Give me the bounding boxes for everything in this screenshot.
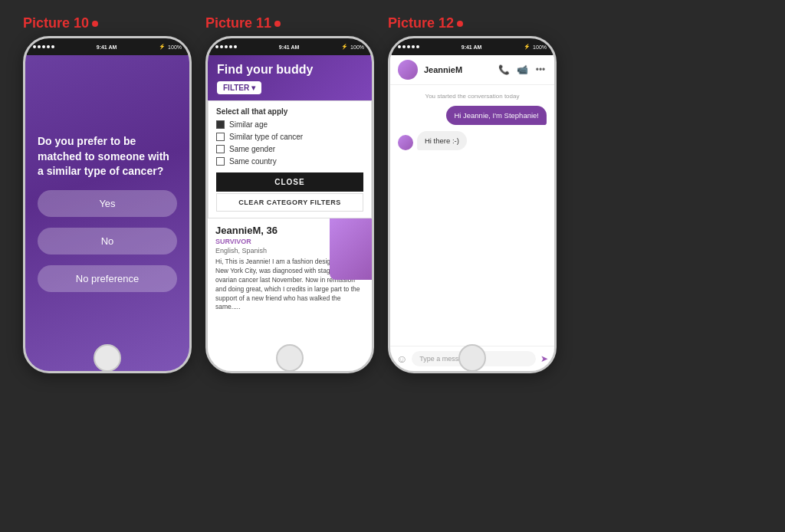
- checkbox-label-3: Same country: [229, 157, 277, 166]
- checkbox-row-2: Same gender: [216, 145, 363, 153]
- status-bar-10: 9:41 AM ⚡ 100%: [25, 38, 189, 55]
- label-dot-12: [457, 21, 463, 27]
- profile-image-11: [330, 218, 372, 280]
- status-right-12: ⚡ 100%: [524, 44, 547, 50]
- status-bar-11: 9:41 AM ⚡ 100%: [208, 38, 372, 55]
- no-preference-button[interactable]: No preference: [38, 265, 177, 292]
- emoji-icon[interactable]: ☺: [396, 353, 407, 365]
- video-icon[interactable]: 📹: [516, 64, 528, 76]
- status-bar-12: 9:41 AM ⚡ 100%: [390, 38, 554, 55]
- p12-chat-header: JeannieM 📞 📹 •••: [390, 55, 554, 85]
- p11-dropdown: Select all that apply Similar age Simila…: [208, 100, 372, 218]
- checkbox-label-1: Similar type of cancer: [229, 133, 303, 141]
- signal-dots: [33, 45, 54, 48]
- filter-button[interactable]: FILTER ▾: [217, 81, 261, 94]
- avatar-12: [398, 60, 418, 80]
- checkbox-similar-cancer[interactable]: [216, 133, 225, 141]
- checkbox-same-gender[interactable]: [216, 145, 225, 153]
- picture-12-label: Picture 12: [388, 15, 463, 31]
- p10-question: Do you prefer to be matched to someone w…: [38, 134, 177, 179]
- status-time-12: 9:41 AM: [461, 44, 482, 50]
- checkbox-label-2: Same gender: [229, 145, 275, 153]
- status-right-11: ⚡ 100%: [341, 44, 364, 50]
- label-dot: [92, 21, 98, 27]
- p12-content: JeannieM 📞 📹 ••• You started the convers…: [390, 55, 554, 371]
- header-icons: 📞 📹 •••: [498, 64, 547, 76]
- received-message: Hi there :-): [417, 131, 467, 150]
- picture-11-section: Picture 11 9:41 AM ⚡ 100%: [205, 15, 374, 373]
- home-button-11[interactable]: [276, 344, 304, 372]
- p11-header: Find your buddy FILTER ▾: [208, 55, 372, 100]
- checkbox-row-0: Similar age: [216, 120, 363, 129]
- checkbox-similar-age[interactable]: [216, 120, 225, 129]
- home-button-12[interactable]: [458, 344, 486, 372]
- checkbox-row-1: Similar type of cancer: [216, 133, 363, 141]
- p10-content: Do you prefer to be matched to someone w…: [25, 55, 189, 371]
- received-message-container: Hi there :-): [398, 131, 547, 150]
- clear-filters-button[interactable]: CLEAR CATEGORY FILTERS: [216, 193, 363, 212]
- status-right-10: ⚡ 100%: [159, 44, 182, 50]
- label-dot-11: [274, 21, 281, 27]
- screen-12: JeannieM 📞 📹 ••• You started the convers…: [390, 55, 554, 371]
- home-button-10[interactable]: [94, 344, 121, 372]
- screen-11: Find your buddy FILTER ▾ Select all that…: [208, 55, 372, 371]
- picture-11-label: Picture 11: [205, 15, 281, 31]
- dropdown-title: Select all that apply: [216, 107, 363, 116]
- p11-content: Find your buddy FILTER ▾ Select all that…: [208, 55, 372, 371]
- more-icon[interactable]: •••: [534, 64, 547, 76]
- yes-button[interactable]: Yes: [38, 190, 177, 217]
- page-container: Picture 10 9:41 AM ⚡ 100%: [0, 0, 785, 532]
- phone-11-frame: 9:41 AM ⚡ 100% Find your buddy FILTER ▾ …: [205, 36, 374, 373]
- send-icon[interactable]: ➤: [540, 353, 548, 364]
- date-label: You started the conversation today: [398, 93, 547, 100]
- signal-dots-11: [215, 45, 237, 48]
- phone-icon[interactable]: 📞: [498, 64, 510, 76]
- picture-10-section: Picture 10 9:41 AM ⚡ 100%: [23, 15, 192, 373]
- p11-title: Find your buddy: [217, 63, 363, 77]
- close-button[interactable]: CLOSE: [216, 172, 363, 192]
- no-button[interactable]: No: [38, 228, 177, 255]
- phone-10-frame: 9:41 AM ⚡ 100% Do you prefer to be match…: [23, 36, 192, 373]
- messages-area: You started the conversation today Hi Je…: [390, 85, 554, 346]
- picture-10-label: Picture 10: [23, 15, 98, 31]
- chat-username: JeannieM: [424, 65, 462, 74]
- status-time-10: 9:41 AM: [97, 44, 117, 50]
- screen-10: Do you prefer to be matched to someone w…: [25, 55, 189, 371]
- received-avatar: [398, 135, 413, 150]
- sent-message: Hi Jeannie, I'm Stephanie!: [446, 106, 547, 125]
- checkbox-row-3: Same country: [216, 157, 363, 166]
- phone-12-frame: 9:41 AM ⚡ 100% JeannieM 📞 📹 •••: [388, 36, 557, 373]
- status-time-11: 9:41 AM: [279, 44, 300, 50]
- picture-12-section: Picture 12 9:41 AM ⚡ 100%: [388, 15, 557, 373]
- signal-dots-12: [398, 45, 419, 48]
- checkbox-label-0: Similar age: [229, 120, 268, 129]
- checkbox-same-country[interactable]: [216, 157, 225, 166]
